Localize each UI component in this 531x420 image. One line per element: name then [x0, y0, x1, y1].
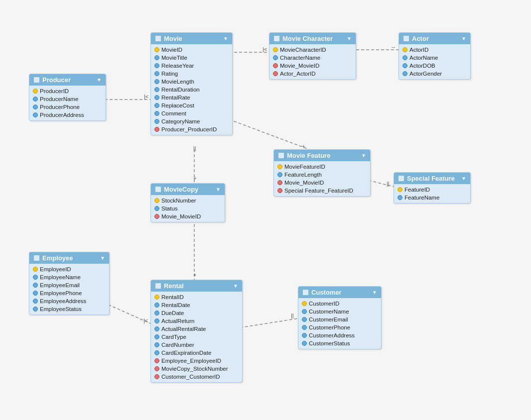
field-row: CustomerStatus — [298, 339, 381, 347]
entity-movie[interactable]: Movie ▼ MovieID MovieTitle ReleaseYear R… — [150, 32, 233, 135]
attr-icon — [154, 63, 159, 68]
drop-arrow: ▼ — [97, 77, 102, 83]
pk-icon — [277, 164, 282, 169]
fk-icon — [154, 374, 159, 379]
entity-rental-header: Rental ▼ — [151, 280, 242, 292]
attr-icon — [302, 341, 307, 346]
field-row: CustomerPhone — [298, 323, 381, 331]
table-icon — [155, 283, 161, 289]
fk-icon — [154, 214, 159, 219]
attr-icon — [273, 55, 278, 60]
entity-actor-header: Actor ▼ — [399, 33, 470, 44]
field-row: MovieCopy_StockNumber — [151, 365, 242, 373]
entity-specialfeature[interactable]: Special Feature ▼ FeatureID FeatureName — [394, 172, 471, 204]
field-row: Customer_CustomerID — [151, 373, 242, 381]
entity-specialfeature-header: Special Feature ▼ — [394, 173, 470, 184]
field-row: RentalDate — [151, 301, 242, 309]
attr-icon — [154, 87, 159, 92]
field-row: Movie_MovieID — [269, 62, 356, 70]
svg-text:|<: |< — [143, 317, 148, 323]
entity-actor[interactable]: Actor ▼ ActorID ActorName ActorDOB Actor… — [398, 32, 471, 80]
attr-icon — [154, 311, 159, 315]
entity-employee-header: Employee ▼ — [29, 252, 109, 264]
field-row: ActorDOB — [399, 62, 470, 70]
svg-line-24 — [235, 318, 298, 328]
entity-employee[interactable]: Employee ▼ EmployeeID EmployeeName Emplo… — [29, 252, 110, 315]
field-row: Special Feature_FeatureID — [274, 187, 370, 195]
entity-rental[interactable]: Rental ▼ RentalID RentalDate DueDate Act… — [150, 280, 243, 383]
svg-text:--: -- — [392, 44, 396, 50]
svg-text:|<: |< — [144, 94, 148, 100]
field-row: ProducerAddress — [29, 111, 106, 119]
entity-movie-header: Movie ▼ — [151, 33, 232, 44]
attr-icon — [33, 307, 38, 312]
field-row: CustomerEmail — [298, 315, 381, 323]
fk-icon — [154, 127, 159, 132]
entity-movie-body: MovieID MovieTitle ReleaseYear Rating Mo… — [151, 44, 232, 135]
attr-icon — [302, 317, 307, 322]
field-row: ReplaceCost — [151, 102, 232, 109]
table-icon — [278, 152, 284, 159]
diagram-canvas: || |< || |< >| -- || + >| || || + || + |… — [0, 0, 531, 420]
drop-arrow: ▼ — [461, 176, 466, 181]
attr-icon — [33, 291, 38, 296]
fk-icon — [154, 366, 159, 371]
attr-icon — [154, 303, 159, 308]
drop-arrow: ▼ — [361, 153, 366, 158]
entity-moviefeature-body: MovieFeatureID FeatureLength Movie_Movie… — [274, 161, 370, 196]
table-icon — [398, 175, 404, 182]
svg-text:+: + — [302, 143, 305, 149]
attr-icon — [302, 325, 307, 330]
entity-rental-label: Rental — [164, 282, 184, 290]
svg-text:||: || — [387, 181, 390, 187]
field-row: ActualReturn — [151, 317, 242, 325]
entity-moviecharacter[interactable]: Movie Character ▼ MovieCharacterID Chara… — [269, 32, 356, 80]
drop-arrow: ▼ — [233, 283, 238, 289]
pk-icon — [398, 187, 402, 192]
entity-moviecopy[interactable]: MovieCopy ▼ StockNumber Status Movie_Mov… — [150, 183, 225, 222]
field-row: Rating — [151, 70, 232, 78]
entity-moviefeature[interactable]: Movie Feature ▼ MovieFeatureID FeatureLe… — [273, 149, 371, 197]
attr-icon — [33, 97, 38, 102]
field-row: Employee_EmployeeID — [151, 357, 242, 365]
pk-icon — [154, 47, 159, 52]
entity-producer[interactable]: Producer ▼ ProducerID ProducerName Produ… — [29, 74, 106, 121]
attr-icon — [33, 112, 38, 117]
field-row: ProducerPhone — [29, 103, 106, 111]
entity-moviecharacter-body: MovieCharacterID CharacterName Movie_Mov… — [269, 44, 356, 79]
field-row: ProducerID — [29, 87, 106, 95]
entity-employee-label: Employee — [42, 254, 73, 262]
field-row: MovieLength — [151, 78, 232, 86]
field-row: EmployeeName — [29, 273, 109, 281]
attr-icon — [154, 111, 159, 116]
fk-icon — [273, 71, 278, 76]
attr-icon — [154, 206, 159, 211]
field-row: FeatureID — [394, 186, 470, 194]
entity-actor-label: Actor — [412, 35, 429, 42]
svg-text:+: + — [193, 175, 196, 181]
field-row: CardType — [151, 333, 242, 341]
field-row: CardNumber — [151, 341, 242, 349]
entity-moviefeature-header: Movie Feature ▼ — [274, 150, 370, 161]
entity-moviecharacter-label: Movie Character — [282, 35, 333, 42]
table-icon — [273, 35, 280, 42]
field-row: ReleaseYear — [151, 62, 232, 70]
fk-icon — [277, 188, 282, 193]
entity-actor-body: ActorID ActorName ActorDOB ActorGender — [399, 44, 470, 79]
field-row: Actor_ActorID — [269, 70, 356, 78]
attr-icon — [302, 309, 307, 314]
field-row: MovieCharacterID — [269, 46, 356, 54]
table-icon — [155, 35, 161, 42]
drop-arrow: ▼ — [216, 187, 221, 192]
svg-text:||: || — [193, 145, 196, 151]
field-row: FeatureName — [394, 194, 470, 202]
table-icon — [302, 289, 309, 296]
table-icon — [403, 35, 409, 42]
svg-text:+: + — [193, 272, 196, 278]
field-row: ActorName — [399, 54, 470, 62]
entity-rental-body: RentalID RentalDate DueDate ActualReturn… — [151, 292, 242, 382]
entity-moviecharacter-header: Movie Character ▼ — [269, 33, 356, 44]
attr-icon — [402, 71, 407, 76]
entity-customer[interactable]: Customer ▼ CustomerID CustomerName Custo… — [298, 286, 382, 349]
attr-icon — [33, 299, 38, 304]
